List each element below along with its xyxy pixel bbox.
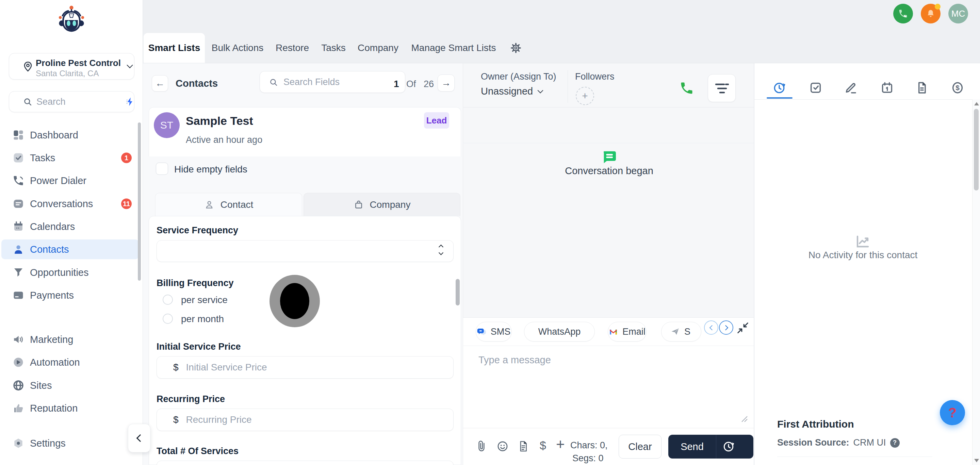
tab-appointments-icon[interactable] <box>880 81 894 95</box>
tab-company-details[interactable]: Company <box>304 193 460 216</box>
total-services-label: Total # Of Services <box>156 446 239 457</box>
clear-button[interactable]: Clear <box>619 435 662 459</box>
sidebar-item-settings[interactable]: Settings <box>2 433 139 453</box>
add-follower-button[interactable]: + <box>576 87 594 105</box>
help-fab-button[interactable]: ? <box>940 400 965 425</box>
scrollbar-thumb[interactable] <box>974 109 978 190</box>
sidebar-item-calendars[interactable]: Calendars <box>2 217 139 236</box>
tab-tasks-icon[interactable] <box>809 81 822 95</box>
channel-tab-truncated[interactable]: S <box>661 322 701 341</box>
tab-restore[interactable]: Restore <box>273 33 311 63</box>
sidebar-item-opportunities[interactable]: Opportunities <box>2 263 139 282</box>
quick-actions-lightning-icon[interactable] <box>125 97 135 107</box>
tab-bulk-actions[interactable]: Bulk Actions <box>208 33 266 63</box>
channel-tab-sms[interactable]: SMS <box>476 322 512 341</box>
location-switcher[interactable]: Proline Pest Control Santa Clarita, CA <box>9 53 134 79</box>
conversation-began-text: Conversation began <box>541 165 677 176</box>
recurring-price-input[interactable] <box>186 409 404 430</box>
tab-documents-icon[interactable] <box>915 81 929 95</box>
resize-handle[interactable] <box>740 415 749 423</box>
sidebar-collapse-button[interactable] <box>128 424 150 452</box>
global-search[interactable] <box>9 91 134 112</box>
emoji-icon[interactable] <box>497 441 508 452</box>
recurring-price-field[interactable]: $ <box>156 408 453 431</box>
conversation-filter-button[interactable] <box>708 74 736 102</box>
send-button[interactable]: Send <box>668 435 716 459</box>
templates-icon[interactable] <box>518 440 529 452</box>
cursor-dot-overlay <box>280 283 309 319</box>
session-source-row: Session Source: CRM UI ? <box>777 438 900 448</box>
sidebar-scrollbar-thumb[interactable] <box>138 122 141 281</box>
sidebar-item-marketing[interactable]: Marketing <box>2 330 139 349</box>
initial-service-price-label: Initial Service Price <box>156 341 241 352</box>
channel-tab-email[interactable]: Email <box>608 322 646 341</box>
sidebar-item-sites[interactable]: Sites <box>2 376 139 395</box>
search-fields-box[interactable] <box>259 71 405 93</box>
channels-scroll-right-button[interactable] <box>719 321 733 335</box>
divider <box>754 99 980 100</box>
contact-panel-scrollbar-thumb[interactable] <box>456 279 460 305</box>
segs-counter: Segs: 0 <box>572 453 604 463</box>
hide-empty-fields-checkbox[interactable] <box>156 163 168 175</box>
header-phone-button[interactable] <box>893 4 913 24</box>
schedule-send-icon[interactable] <box>722 440 735 453</box>
lead-badge[interactable]: Lead <box>424 112 449 129</box>
search-fields-input[interactable] <box>283 72 392 92</box>
initial-service-price-field[interactable]: $ <box>156 356 453 379</box>
sidebar-item-payments[interactable]: Payments <box>2 286 139 305</box>
contact-activity-status: Active an hour ago <box>186 135 262 145</box>
page-title: Contacts <box>176 78 218 89</box>
sidebar-item-label: Sites <box>30 380 52 391</box>
recurring-price-label: Recurring Price <box>156 394 225 405</box>
payments-icon <box>12 289 24 302</box>
tab-company[interactable]: Company <box>356 33 401 63</box>
channel-label: WhatsApp <box>538 327 581 337</box>
add-more-icon[interactable]: + <box>556 436 565 453</box>
call-contact-icon[interactable] <box>679 81 694 95</box>
activity-panel-scrollbar[interactable] <box>972 99 980 465</box>
smart-lists-gear-icon[interactable] <box>510 42 522 54</box>
back-button[interactable]: ← <box>152 75 168 92</box>
sidebar-item-label: Conversations <box>30 198 93 209</box>
sidebar-item-contacts[interactable]: Contacts <box>2 240 139 259</box>
help-tooltip-icon[interactable]: ? <box>890 438 900 448</box>
owner-dropdown[interactable]: Unassigned <box>481 86 542 97</box>
location-name: Proline Pest Control <box>36 58 121 68</box>
next-page-button[interactable]: → <box>438 75 455 92</box>
attachment-icon[interactable] <box>476 440 487 452</box>
sidebar-item-label: Marketing <box>30 334 73 345</box>
sidebar-item-power-dialer[interactable]: Power Dialer <box>2 171 139 190</box>
radio-per-service[interactable] <box>163 295 173 305</box>
scroll-down-arrow[interactable] <box>974 459 979 462</box>
search-icon <box>23 97 32 106</box>
channels-scroll-left-button[interactable] <box>704 321 718 335</box>
marketing-icon <box>12 333 24 346</box>
message-input[interactable] <box>479 354 744 422</box>
scroll-up-arrow[interactable] <box>974 102 979 105</box>
radio-per-month[interactable] <box>163 314 173 324</box>
initial-service-price-input[interactable] <box>186 357 404 378</box>
service-frequency-select[interactable] <box>156 240 453 262</box>
sidebar-item-automation[interactable]: Automation <box>2 352 139 372</box>
tab-contact-details[interactable]: Contact <box>155 193 302 216</box>
sidebar-item-dashboard[interactable]: Dashboard <box>2 125 139 145</box>
sidebar-item-tasks[interactable]: Tasks 1 <box>2 148 139 168</box>
total-services-field[interactable] <box>156 460 453 465</box>
sidebar-item-label: Tasks <box>30 152 55 163</box>
search-input[interactable] <box>37 92 115 112</box>
header-notifications-button[interactable] <box>921 4 940 24</box>
tab-payments-icon[interactable]: $ <box>951 81 964 95</box>
channel-tab-whatsapp[interactable]: WhatsApp <box>524 322 595 341</box>
user-avatar[interactable]: MC <box>948 4 968 24</box>
tab-manage-smart-lists[interactable]: Manage Smart Lists <box>407 33 500 63</box>
tab-activity-history-icon[interactable] <box>773 81 786 95</box>
no-activity-text: No Activity for this contact <box>795 250 931 260</box>
tab-tasks[interactable]: Tasks <box>318 33 349 63</box>
tab-notes-icon[interactable] <box>844 81 858 95</box>
chevron-left-icon <box>709 325 714 330</box>
collapse-composer-icon[interactable] <box>737 321 749 334</box>
pagination-current: 1 <box>394 79 399 89</box>
sidebar-item-conversations[interactable]: Conversations 11 <box>2 194 139 214</box>
payment-request-icon[interactable]: $ <box>540 439 546 452</box>
tab-smart-lists[interactable]: Smart Lists <box>143 33 205 63</box>
